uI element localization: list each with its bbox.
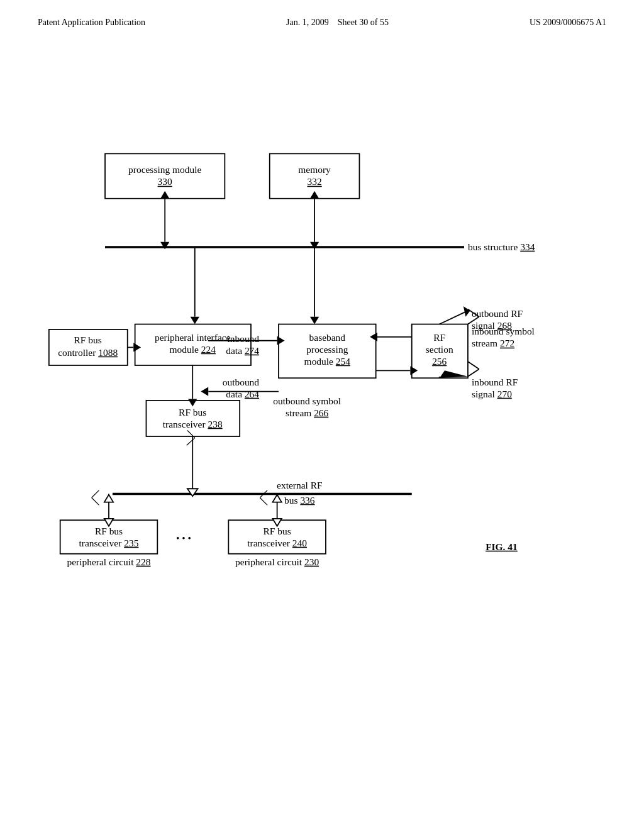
rbc-label1: RF bus — [74, 335, 102, 345]
inbound-rf-label2: signal 270 — [472, 389, 512, 399]
pm-bus-arrow-down — [160, 242, 169, 250]
fig-label: FIG. 41 — [486, 541, 518, 552]
processing-module-num: 330 — [158, 176, 172, 187]
external-rf-bus-label2: bus 336 — [284, 495, 315, 506]
pi-label2: module 224 — [170, 344, 216, 355]
bp-label1: baseband — [309, 332, 346, 343]
pc228-label: peripheral circuit 228 — [67, 556, 150, 567]
inbound-rf-line1 — [468, 362, 479, 369]
bus-bp-arrow — [310, 317, 319, 324]
figure-diagram: processing module 330 memory 332 bus str… — [38, 82, 606, 704]
rbt240-zigzag1 — [260, 498, 267, 506]
rbt240-label2: transceiver 240 — [247, 538, 307, 548]
external-rf-bus-label1: external RF — [277, 480, 323, 490]
bp-label2: processing — [306, 344, 348, 355]
bus-pi-arrow — [191, 317, 199, 324]
rbt238-label2: transceiver 238 — [163, 419, 223, 429]
outbound-symbol-label1: outbound symbol — [273, 396, 341, 406]
header-left: Patent Application Publication — [38, 18, 145, 28]
rbt235-zigzag2 — [92, 490, 99, 498]
processing-module-label: processing module — [128, 164, 201, 175]
rbt238-zigzag1 — [187, 438, 195, 445]
rfs-label3: 256 — [432, 356, 447, 367]
rbt235-label2: transceiver 235 — [79, 538, 139, 548]
outbound-data-label1: outbound — [223, 377, 260, 387]
page-header: Patent Application Publication Jan. 1, 2… — [0, 0, 644, 28]
memory-label: memory — [298, 164, 331, 175]
outbound-rf-connect — [440, 311, 468, 324]
diagram-svg: processing module 330 memory 332 bus str… — [38, 82, 606, 704]
outbound-rf-label2: signal 268 — [472, 320, 512, 331]
inbound-data-label1: inbound — [227, 333, 259, 344]
inbound-rf-label1: inbound RF — [472, 377, 518, 387]
outbound-rf-label1: outbound RF — [472, 308, 523, 319]
outbound-symbol-label2: stream 266 — [286, 407, 329, 418]
rfs-label1: RF — [433, 332, 445, 343]
header-right: US 2009/0006675 A1 — [530, 18, 606, 28]
ellipsis-dots: • • • — [176, 533, 191, 543]
bus-rbt240-arrow-up — [272, 495, 281, 502]
outbound-data-arrowhead — [201, 387, 208, 396]
inbound-symbol-label2: stream 272 — [472, 338, 514, 348]
inbound-data-label2: data 274 — [226, 345, 259, 356]
outbound-data-label2: data 264 — [226, 389, 259, 399]
memory-num: 332 — [308, 176, 322, 187]
header-center: Jan. 1, 2009 Sheet 30 of 55 — [286, 18, 389, 28]
rbc-label2: controller 1088 — [58, 347, 118, 358]
rbt235-zigzag1 — [92, 498, 99, 506]
bus-structure-label: bus structure 334 — [468, 241, 535, 252]
bp-label3: module 254 — [304, 356, 351, 367]
rfs-label2: section — [426, 344, 453, 355]
inbound-rf-line2 — [468, 369, 479, 377]
rbt238-label1: RF bus — [179, 407, 206, 418]
pc230-label: peripheral circuit 230 — [235, 556, 319, 567]
bus-rbt235-arrow-up — [104, 495, 113, 502]
